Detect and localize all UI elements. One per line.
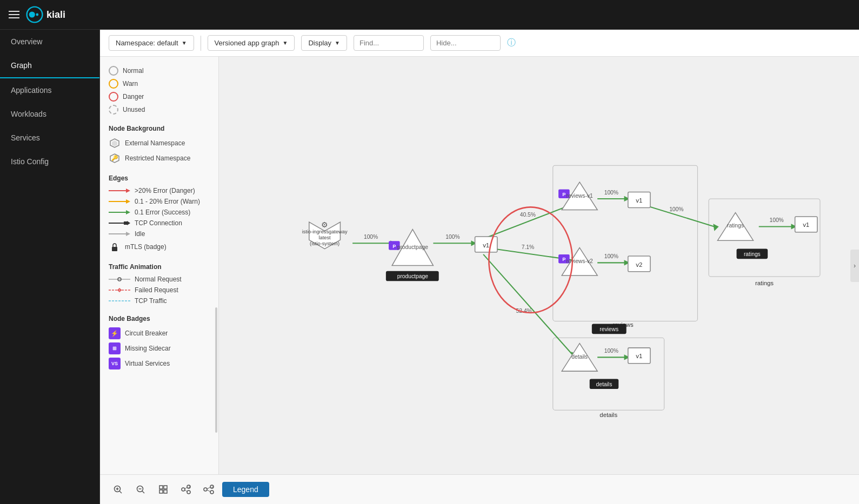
legend-item-unused: Unused bbox=[109, 103, 210, 116]
svg-text:100%: 100% bbox=[604, 190, 618, 196]
svg-point-114 bbox=[187, 490, 190, 494]
svg-rect-108 bbox=[159, 486, 163, 489]
svg-marker-8 bbox=[126, 189, 130, 193]
svg-line-116 bbox=[185, 490, 187, 492]
svg-text:100%: 100% bbox=[604, 253, 618, 259]
sidebar-item-istio-config[interactable]: Istio Config bbox=[0, 150, 99, 173]
legend-item-tcp-traffic: TCP Traffic bbox=[109, 295, 210, 306]
legend-item-danger: Danger bbox=[109, 90, 210, 103]
hamburger-menu[interactable] bbox=[9, 11, 19, 18]
svg-point-112 bbox=[182, 488, 185, 491]
zoom-out-button[interactable] bbox=[131, 480, 150, 499]
traffic-animation-title: Traffic Animation bbox=[109, 263, 210, 271]
main-layout: Overview Graph Applications Workloads Se… bbox=[0, 30, 859, 504]
warn-arrow-icon bbox=[109, 198, 130, 205]
layout-1-button[interactable]: 2 bbox=[199, 480, 218, 499]
svg-line-42 bbox=[483, 254, 572, 354]
sidebar-item-applications[interactable]: Applications bbox=[0, 78, 99, 102]
legend-item-warn: Warn bbox=[109, 77, 210, 90]
mtls-badge-icon bbox=[109, 241, 121, 253]
legend-item-missing-sidecar: ⊞ Missing Sidecar bbox=[109, 341, 210, 356]
svg-text:v1: v1 bbox=[636, 197, 642, 204]
warn-circle-icon bbox=[109, 79, 118, 89]
unused-circle-icon bbox=[109, 105, 118, 115]
find-input[interactable] bbox=[354, 35, 424, 51]
legend-section-badges: Node Badges ⚡ Circuit Breaker ⊞ Missing … bbox=[100, 311, 218, 375]
edges-title: Edges bbox=[109, 174, 210, 182]
svg-text:ratings: ratings bbox=[755, 280, 774, 286]
legend-section-traffic: Traffic Animation Normal Request Failed … bbox=[100, 259, 218, 311]
svg-point-2 bbox=[36, 14, 38, 16]
svg-text:latest: latest bbox=[319, 235, 331, 240]
svg-rect-14 bbox=[124, 221, 127, 225]
svg-marker-52 bbox=[713, 224, 718, 231]
node-badges-title: Node Badges bbox=[109, 315, 210, 322]
display-dropdown[interactable]: Display ▼ bbox=[301, 35, 347, 51]
svg-text:100%: 100% bbox=[669, 206, 683, 212]
legend-item-external-ns: External Namespace bbox=[109, 136, 210, 151]
legend-item-success-edge: 0.1 Error (Success) bbox=[109, 207, 210, 218]
node-bg-title: Node Background bbox=[109, 125, 210, 132]
legend-section-node-status: Normal Warn Danger Unused bbox=[100, 62, 218, 120]
svg-text:100%: 100% bbox=[604, 348, 618, 354]
svg-text:v1: v1 bbox=[803, 221, 809, 228]
display-arrow: ▼ bbox=[335, 40, 340, 46]
svg-text:100%: 100% bbox=[364, 234, 378, 240]
graph-svg: reviews ratings details 100% 100% bbox=[219, 57, 859, 474]
svg-rect-110 bbox=[159, 490, 163, 493]
legend-section-node-bg: Node Background External Namespace 🔑 Res… bbox=[100, 120, 218, 170]
normal-request-icon bbox=[109, 276, 130, 283]
svg-rect-111 bbox=[164, 490, 167, 493]
graph-canvas[interactable]: reviews ratings details 100% 100% bbox=[219, 57, 859, 474]
svg-point-118 bbox=[204, 488, 207, 491]
svg-text:⚙: ⚙ bbox=[321, 220, 328, 229]
legend-item-normal: Normal bbox=[109, 64, 210, 77]
namespace-dropdown-arrow: ▼ bbox=[182, 40, 187, 46]
svg-text:reviews: reviews bbox=[600, 326, 618, 332]
topbar: kiali bbox=[0, 0, 859, 30]
sidebar-item-workloads[interactable]: Workloads bbox=[0, 102, 99, 126]
legend-item-normal-request: Normal Request bbox=[109, 274, 210, 285]
svg-text:100%: 100% bbox=[445, 234, 460, 240]
svg-text:v1: v1 bbox=[483, 242, 489, 248]
sidebar-item-graph[interactable]: Graph bbox=[0, 53, 99, 78]
svg-rect-18 bbox=[112, 247, 117, 251]
svg-line-115 bbox=[185, 487, 187, 489]
svg-line-122 bbox=[207, 490, 210, 492]
svg-text:details: details bbox=[571, 354, 588, 360]
svg-text:reviews-v2: reviews-v2 bbox=[567, 258, 593, 264]
zoom-in-button[interactable] bbox=[109, 480, 127, 499]
svg-text:2: 2 bbox=[211, 485, 214, 488]
legend-item-danger-edge: >20% Error (Danger) bbox=[109, 185, 210, 196]
svg-text:P: P bbox=[562, 192, 565, 197]
legend-item-virtual-services: VS Virtual Services bbox=[109, 356, 210, 371]
sidebar-item-services[interactable]: Services bbox=[0, 126, 99, 150]
svg-text:1: 1 bbox=[188, 485, 190, 488]
svg-line-106 bbox=[142, 491, 144, 493]
restricted-namespace-icon: 🔑 bbox=[109, 152, 121, 164]
hide-input[interactable] bbox=[430, 35, 501, 51]
tcp-traffic-icon bbox=[109, 298, 130, 304]
legend-item-tcp-edge: TCP Connection bbox=[109, 218, 210, 229]
legend-panel: Normal Warn Danger Unused bbox=[100, 57, 219, 474]
layout-default-button[interactable]: 1 bbox=[177, 480, 195, 499]
svg-text:v1: v1 bbox=[636, 353, 642, 359]
namespace-dropdown[interactable]: Namespace: default ▼ bbox=[109, 35, 194, 51]
svg-text:v2: v2 bbox=[636, 261, 642, 268]
info-icon[interactable]: ⓘ bbox=[507, 37, 516, 49]
legend-item-warn-edge: 0.1 - 20% Error (Warn) bbox=[109, 196, 210, 207]
external-namespace-icon bbox=[109, 137, 121, 149]
svg-marker-12 bbox=[126, 210, 130, 214]
fit-button[interactable] bbox=[154, 480, 172, 499]
sidebar-item-overview[interactable]: Overview bbox=[0, 30, 99, 53]
toolbar-separator bbox=[201, 36, 201, 51]
legend-item-idle-edge: Idle bbox=[109, 229, 210, 239]
legend-item-failed-request: Failed Request bbox=[109, 285, 210, 295]
svg-text:🔑: 🔑 bbox=[111, 154, 118, 162]
content-area: Namespace: default ▼ Versioned app graph… bbox=[100, 30, 859, 504]
svg-text:productpage: productpage bbox=[397, 244, 428, 250]
collapse-panel-arrow[interactable]: › bbox=[850, 250, 859, 282]
tcp-arrow-icon bbox=[109, 220, 130, 226]
legend-button[interactable]: Legend bbox=[222, 482, 269, 497]
graph-type-dropdown[interactable]: Versioned app graph ▼ bbox=[208, 35, 295, 51]
